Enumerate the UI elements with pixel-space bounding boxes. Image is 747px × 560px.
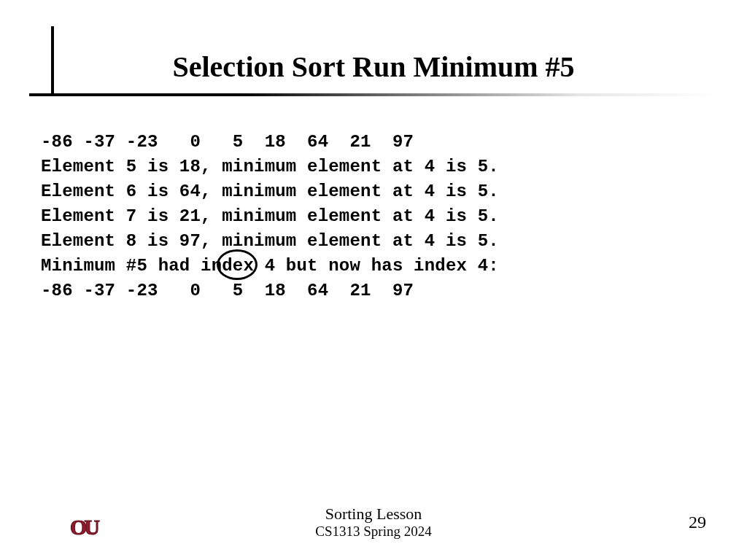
code-line: Element 7 is 21, minimum element at 4 is… xyxy=(41,206,499,226)
code-line: Minimum #5 had index 4 but now has index… xyxy=(41,256,499,276)
footer-center: Sorting Lesson CS1313 Spring 2024 xyxy=(0,505,747,540)
slide-footer: OU Sorting Lesson CS1313 Spring 2024 29 xyxy=(0,505,747,541)
code-line: -86 -37 -23 0 5 18 64 21 97 xyxy=(41,132,414,152)
slide: Selection Sort Run Minimum #5 -86 -37 -2… xyxy=(0,0,747,560)
code-line: Element 6 is 64, minimum element at 4 is… xyxy=(41,182,499,201)
code-line: -86 -37 -23 0 5 18 64 21 97 xyxy=(41,281,414,300)
footer-lesson: Sorting Lesson xyxy=(0,505,747,524)
footer-course: CS1313 Spring 2024 xyxy=(0,524,747,540)
code-line: Element 5 is 18, minimum element at 4 is… xyxy=(41,157,499,176)
title-rule-horizontal xyxy=(29,93,718,96)
page-number: 29 xyxy=(689,513,706,532)
code-line: Element 8 is 97, minimum element at 4 is… xyxy=(41,231,499,251)
slide-body: -86 -37 -23 0 5 18 64 21 97 Element 5 is… xyxy=(41,105,499,328)
slide-title: Selection Sort Run Minimum #5 xyxy=(0,50,747,84)
